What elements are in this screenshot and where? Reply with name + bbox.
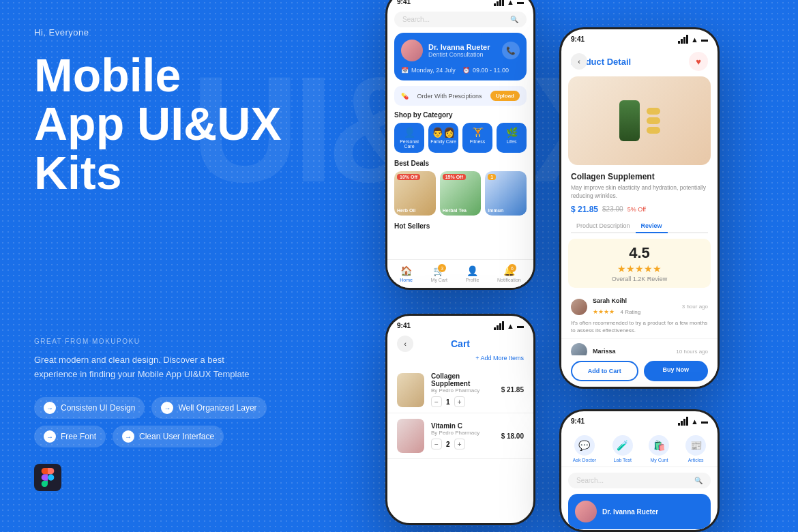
wifi-icon: ▲: [507, 0, 514, 6]
phone-4: 9:41 ▲ ▬ 💬 Ask Doctor: [559, 409, 720, 532]
product-detail-header: ‹ Product Detail ♥: [561, 46, 718, 76]
qty-decrease-1[interactable]: −: [431, 439, 442, 449]
wifi-icon-2: ▲: [507, 322, 514, 330]
p4-nav-articles[interactable]: 📰 Articles: [685, 435, 706, 462]
cart-item-name-0: Collagen Supplement: [431, 372, 494, 387]
phone-2-content: 9:41 ▲ ▬ ‹ Cart + Add More Items: [387, 316, 533, 523]
qty-increase-1[interactable]: +: [454, 439, 465, 449]
phone-1-content: 9:41 ▲ ▬ Search... 🔍: [387, 0, 533, 288]
pill-1: [647, 108, 660, 115]
rating-stars: ★★★★★: [576, 263, 703, 274]
notif-badge: 6: [508, 264, 516, 272]
phone-call-icon[interactable]: 📞: [502, 42, 520, 59]
reviewer-rating-label-0: 4 Rating: [620, 309, 640, 315]
status-time-3: 9:41: [571, 35, 585, 43]
p4-nav-my-cart[interactable]: 🛍️ My Cunt: [649, 435, 669, 462]
doctor-details: Dr. Ivanna Rueter Dentist Consultation: [428, 43, 490, 58]
signal-icon-4: [678, 417, 688, 426]
search-bar-4[interactable]: Search... 🔍: [568, 473, 711, 488]
lab-test-icon: 🧪: [612, 435, 633, 456]
deal-herb-oil[interactable]: 10% Off Herb Oil: [394, 171, 436, 216]
reviewer-details-0: Sarah Koihl ★★★★ 4 Rating: [593, 297, 640, 316]
phone-3: 9:41 ▲ ▬ ‹ Product Detail ♥: [559, 27, 720, 389]
clock-icon: ⏰: [462, 67, 470, 74]
battery-icon: ▬: [517, 0, 524, 5]
articles-icon: 📰: [685, 435, 706, 456]
add-to-cart-button[interactable]: Add to Cart: [571, 361, 638, 381]
doctor-spec: Dentist Consultation: [428, 51, 490, 58]
home-icon: 🏠: [400, 265, 413, 276]
supplement-bottle: [619, 100, 640, 141]
personal-care-icon: 👤: [396, 127, 422, 138]
deal-herbal-tea[interactable]: 15% Off Herbal Tea: [440, 171, 482, 216]
status-bar-3: 9:41 ▲ ▬: [561, 29, 718, 46]
tab-review[interactable]: Review: [636, 220, 668, 233]
add-more-items[interactable]: + Add More Items: [387, 355, 533, 367]
doctor-date: Monday, 24 July: [411, 67, 456, 74]
deal-label-2: Immun: [488, 208, 503, 213]
price-row: $ 21.85 $23.00 5% Off: [561, 205, 718, 220]
back-button-3[interactable]: ‹: [571, 53, 587, 70]
category-personal-care[interactable]: 👤 Personal Care: [394, 123, 424, 153]
heart-button[interactable]: ♥: [689, 52, 708, 71]
deal-immun[interactable]: 1 Immun: [485, 171, 527, 216]
badge-consistent-ui: → Consisten UI Design: [34, 397, 145, 419]
search-bar-1[interactable]: Search... 🔍: [394, 12, 527, 27]
cart-badge: 3: [438, 264, 446, 272]
upload-button[interactable]: Upload: [490, 91, 520, 101]
badge-label-1: Well Organized Layer: [178, 403, 256, 413]
cart-item-0: Collagen Supplement By Pedro Pharmacy − …: [387, 367, 533, 413]
p4-doctor-card: Dr. Ivanna Rueter: [568, 494, 711, 529]
cart-item-info-1: Vitamin C By Pedro Pharmacy − 2 +: [431, 422, 494, 449]
prescription-icon: 💊: [401, 93, 409, 100]
nav-notification[interactable]: 🔔 6 Notification: [497, 265, 521, 282]
category-fitness[interactable]: 🏋 Fitness: [462, 123, 492, 153]
title-line2: App UI&UX: [34, 98, 282, 149]
cart-item-name-1: Vitamin C: [431, 422, 494, 430]
status-bar-1: 9:41 ▲ ▬: [387, 0, 533, 9]
cart-item-1: Vitamin C By Pedro Pharmacy − 2 + $ 18.0…: [387, 413, 533, 459]
nav-home[interactable]: 🏠 Home: [400, 265, 413, 282]
category-family-care[interactable]: 👨‍👩 Family Care: [428, 123, 458, 153]
back-button-2[interactable]: ‹: [397, 336, 413, 352]
phone-3-content: 9:41 ▲ ▬ ‹ Product Detail ♥: [561, 29, 718, 387]
p4-nav-ask-doctor[interactable]: 💬 Ask Doctor: [573, 435, 596, 462]
time-chip: ⏰ 09.00 - 11.00: [462, 67, 509, 74]
nav-profile[interactable]: 👤 Profile: [466, 265, 479, 282]
badge-free-font: → Free Font: [34, 426, 106, 447]
buy-now-button[interactable]: Buy Now: [644, 361, 709, 381]
category-lifes[interactable]: 🌿 Lifes: [497, 123, 527, 153]
prescription-label: Order With Presciptions: [417, 93, 482, 100]
product-img-inner: [568, 76, 711, 165]
qty-decrease-0[interactable]: −: [431, 396, 442, 407]
cart-item-price-1: $ 18.00: [501, 432, 524, 440]
brand-label: GREAT FROM MOKUPOKU: [34, 338, 307, 345]
status-bar-2: 9:41 ▲ ▬: [387, 316, 533, 333]
badge-well-organized: → Well Organized Layer: [151, 397, 266, 419]
description-text: Great modern and clean design. Discover …: [34, 353, 252, 382]
profile-icon: 👤: [466, 265, 479, 276]
qty-increase-0[interactable]: +: [454, 396, 465, 407]
price-original: $23.00: [602, 205, 623, 213]
deal-label-0: Herb Oil: [397, 208, 415, 213]
nav-home-label: Home: [400, 278, 413, 282]
feature-badges: → Consisten UI Design → Well Organized L…: [34, 397, 307, 447]
title-line1: Mobile: [34, 49, 181, 101]
p4-nav-lab-test[interactable]: 🧪 Lab Test: [612, 435, 633, 462]
review-time-0: 3 hour ago: [682, 304, 708, 310]
cart-title: Cart: [451, 338, 470, 349]
category-section-title: Shop by Category: [394, 111, 527, 119]
tab-product-desc[interactable]: Product Description: [571, 220, 636, 232]
nav-cart[interactable]: 🛒 3 My Cart: [431, 265, 448, 282]
p4-nav-label-1: Lab Test: [612, 458, 633, 462]
category-label-1: Family Care: [430, 139, 456, 144]
signal-icon-2: [494, 321, 504, 330]
status-icons-4: ▲ ▬: [678, 417, 708, 426]
pill-3: [647, 127, 660, 134]
battery-icon-3: ▬: [701, 35, 708, 43]
product-image: [568, 76, 711, 165]
deal-badge-1: 15% Off: [443, 174, 466, 180]
rating-number: 4.5: [576, 244, 703, 262]
badge-arrow-icon-3: →: [44, 430, 56, 443]
deals-row: 10% Off Herb Oil 15% Off Herbal Tea 1 Im…: [394, 171, 527, 216]
